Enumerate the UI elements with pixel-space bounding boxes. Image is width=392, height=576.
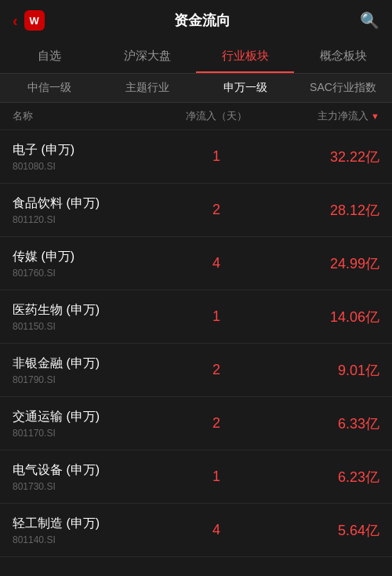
- row-name: 医药生物 (申万): [13, 302, 176, 319]
- row-flow: 14.06亿: [257, 308, 379, 326]
- table-row[interactable]: 传媒 (申万) 801760.SI 4 24.99亿: [0, 237, 392, 290]
- row-flow: 5.64亿: [257, 521, 379, 540]
- table-row[interactable]: 电子 (申万) 801080.SI 1 32.22亿: [0, 130, 392, 184]
- tab-shenwan[interactable]: 申万一级: [196, 74, 294, 102]
- row-flow: 9.01亿: [257, 361, 379, 380]
- search-icon[interactable]: 🔍: [360, 11, 379, 30]
- row-flow: 24.99亿: [257, 254, 379, 273]
- row-name: 轻工制造 (申万): [13, 516, 176, 532]
- table-row[interactable]: 食品饮料 (申万) 801120.SI 2 28.12亿: [0, 184, 392, 237]
- row-flow: 28.12亿: [257, 201, 379, 220]
- row-left: 非银金融 (申万) 801790.SI: [13, 355, 176, 385]
- row-days: 1: [176, 308, 257, 325]
- table-body: 电子 (申万) 801080.SI 1 32.22亿 食品饮料 (申万) 801…: [0, 130, 392, 557]
- row-code: 801080.SI: [13, 161, 176, 172]
- row-code: 801140.SI: [13, 534, 176, 545]
- row-days: 1: [176, 148, 257, 165]
- row-left: 传媒 (申万) 801760.SI: [13, 249, 176, 279]
- row-name: 交通运输 (申万): [13, 409, 176, 425]
- row-name: 食品饮料 (申万): [13, 195, 176, 212]
- table-row[interactable]: 医药生物 (申万) 801150.SI 1 14.06亿: [0, 290, 392, 344]
- table-row[interactable]: 轻工制造 (申万) 801140.SI 4 5.64亿: [0, 504, 392, 557]
- row-days: 4: [176, 255, 257, 272]
- row-left: 轻工制造 (申万) 801140.SI: [13, 516, 176, 545]
- table-row[interactable]: 非银金融 (申万) 801790.SI 2 9.01亿: [0, 344, 392, 397]
- row-code: 801760.SI: [13, 268, 176, 279]
- row-left: 电子 (申万) 801080.SI: [13, 142, 176, 172]
- row-code: 801170.SI: [13, 428, 176, 439]
- table-row[interactable]: 交通运输 (申万) 801170.SI 2 6.33亿: [0, 397, 392, 450]
- row-name: 传媒 (申万): [13, 249, 176, 265]
- sort-arrow-icon: ▼: [371, 111, 379, 121]
- back-icon[interactable]: ‹: [13, 12, 18, 30]
- row-flow: 6.23亿: [257, 468, 379, 487]
- tab-zixuan[interactable]: 自选: [0, 41, 98, 73]
- row-code: 801790.SI: [13, 374, 176, 385]
- row-days: 4: [176, 522, 257, 538]
- tab-zhongxin[interactable]: 中信一级: [0, 74, 98, 102]
- tab-bar-primary: 自选 沪深大盘 行业板块 概念板块: [0, 41, 392, 74]
- row-name: 非银金融 (申万): [13, 355, 176, 372]
- col-header-name: 名称: [13, 109, 176, 123]
- tab-sac[interactable]: SAC行业指数: [294, 74, 392, 102]
- table-row[interactable]: 电气设备 (申万) 801730.SI 1 6.23亿: [0, 450, 392, 504]
- col-header-days: 净流入（天）: [176, 109, 257, 123]
- row-days: 2: [176, 202, 257, 218]
- row-days: 2: [176, 415, 257, 432]
- row-left: 电气设备 (申万) 801730.SI: [13, 462, 176, 492]
- app-badge[interactable]: W: [24, 10, 45, 31]
- row-left: 食品饮料 (申万) 801120.SI: [13, 195, 176, 225]
- tab-bar-secondary: 中信一级 主题行业 申万一级 SAC行业指数: [0, 74, 392, 103]
- tab-zhuti[interactable]: 主题行业: [98, 74, 196, 102]
- row-flow: 32.22亿: [257, 148, 379, 166]
- row-name: 电气设备 (申万): [13, 462, 176, 479]
- table-header: 名称 净流入（天） 主力净流入 ▼: [0, 103, 392, 130]
- row-left: 交通运输 (申万) 801170.SI: [13, 409, 176, 439]
- header: ‹ W 资金流向 🔍: [0, 0, 392, 41]
- header-left: ‹ W: [13, 10, 45, 31]
- row-days: 1: [176, 468, 257, 485]
- row-code: 801150.SI: [13, 321, 176, 332]
- row-code: 801120.SI: [13, 214, 176, 225]
- row-days: 2: [176, 362, 257, 378]
- row-name: 电子 (申万): [13, 142, 176, 159]
- row-flow: 6.33亿: [257, 414, 379, 433]
- tab-hudashenpan[interactable]: 沪深大盘: [98, 41, 196, 73]
- tab-hangye[interactable]: 行业板块: [196, 41, 294, 73]
- tab-gainian[interactable]: 概念板块: [294, 41, 392, 73]
- col-header-flow[interactable]: 主力净流入 ▼: [257, 109, 379, 123]
- page-title: 资金流向: [174, 11, 230, 30]
- row-left: 医药生物 (申万) 801150.SI: [13, 302, 176, 332]
- badge-label: W: [30, 15, 39, 27]
- row-code: 801730.SI: [13, 481, 176, 492]
